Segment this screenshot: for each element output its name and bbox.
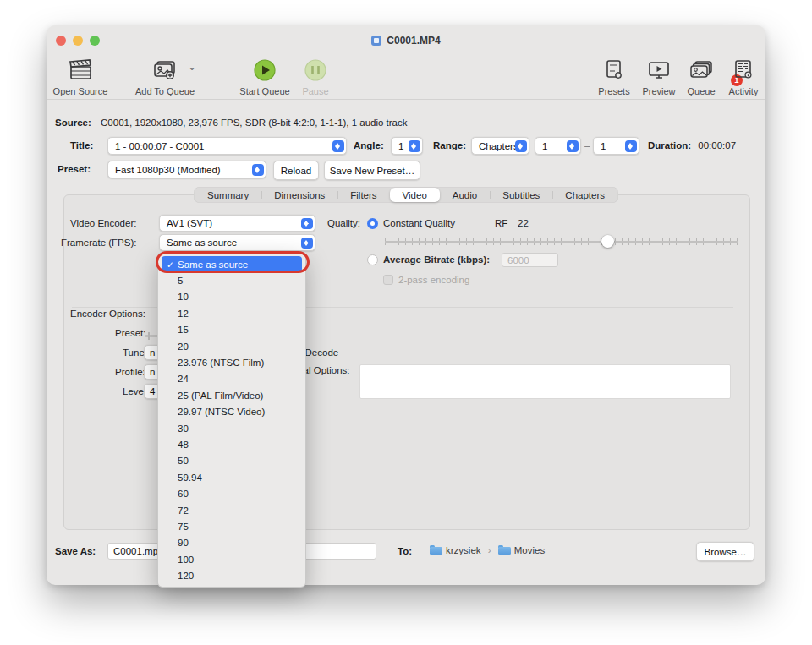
level-value: 4 <box>150 386 155 396</box>
framerate-dropdown-menu: ✓ Same as source 5 10 12 15 20 23.976 (N… <box>157 252 306 588</box>
tab[interactable]: Filters <box>337 188 389 202</box>
activity-icon <box>705 56 782 85</box>
framerate-menu-item-label: 60 <box>178 489 189 499</box>
source-row: Source: C0001, 1920x1080, 23,976 FPS, SD… <box>55 118 408 128</box>
save-as-label: Save As: <box>55 546 96 556</box>
framerate-menu-item[interactable]: 20 <box>162 338 302 354</box>
tab[interactable]: Video <box>390 188 440 202</box>
preset-popup-value: Fast 1080p30 (Modified) <box>115 165 221 175</box>
destination-path: krzysiek › Movies <box>430 545 545 555</box>
framerate-menu-item[interactable]: 60 <box>162 485 302 501</box>
framerate-menu-item[interactable]: 12 <box>162 305 302 321</box>
framerate-menu-item[interactable]: 15 <box>162 322 302 338</box>
framerate-menu-item[interactable]: 100 <box>162 551 302 567</box>
angle-popup[interactable]: 1 <box>391 137 423 155</box>
framerate-menu-item[interactable]: 25 (PAL Film/Video) <box>162 387 302 403</box>
framerate-menu-item-label: 25 (PAL Film/Video) <box>178 391 263 401</box>
title-popup[interactable]: 1 - 00:00:07 - C0001 <box>107 137 347 155</box>
framerate-menu-item[interactable]: 48 <box>162 436 302 452</box>
framerate-menu-item-label: 23.976 (NTSC Film) <box>178 358 264 368</box>
reload-button[interactable]: Reload <box>273 161 319 180</box>
path-separator: › <box>488 545 491 555</box>
pause-button: Pause <box>286 56 345 96</box>
additional-options-textarea[interactable] <box>359 364 731 399</box>
framerate-menu-item[interactable]: 30 <box>162 420 302 436</box>
range-to-popup[interactable]: 1 <box>593 137 639 155</box>
profile-value: n <box>150 367 155 377</box>
activity-button[interactable]: Activity <box>705 56 782 96</box>
framerate-menu-item[interactable]: ✓ Same as source <box>162 256 302 272</box>
open-source-button[interactable]: Open Source <box>42 56 118 96</box>
framerate-menu-item[interactable]: 120 <box>162 567 302 583</box>
framerate-menu-item[interactable]: 75 <box>162 518 302 534</box>
add-to-queue-label: Add To Queue <box>127 86 203 96</box>
framerate-menu-item[interactable]: 29.97 (NTSC Video) <box>162 404 302 420</box>
home-folder-icon <box>430 545 442 555</box>
framerate-menu-item[interactable]: 59.94 <box>162 469 302 485</box>
video-encoder-value: AV1 (SVT) <box>167 218 212 228</box>
framerate-menu-item-label: 24 <box>178 374 189 384</box>
stepper-icon <box>332 140 344 152</box>
path-folder: Movies <box>514 545 545 555</box>
browse-button[interactable]: Browse… <box>696 542 754 561</box>
framerate-popup[interactable]: Same as source <box>159 234 315 251</box>
framerate-menu-item[interactable]: 72 <box>162 502 302 518</box>
framerate-menu-item-label: 50 <box>178 456 189 466</box>
range-from-value: 1 <box>542 141 547 151</box>
tab[interactable]: Dimensions <box>261 188 337 202</box>
toolbar-divider <box>47 99 765 100</box>
average-bitrate-radio[interactable] <box>367 254 378 265</box>
framerate-menu-item-label: 59.94 <box>178 473 202 483</box>
section-tabs: SummaryDimensionsFiltersVideoAudioSubtit… <box>194 187 618 203</box>
duration-label: Duration: <box>648 140 691 150</box>
framerate-menu-item[interactable]: 24 <box>162 371 302 387</box>
tab[interactable]: Subtitles <box>490 188 552 202</box>
preset-label: Preset: <box>58 164 91 174</box>
framerate-menu-item-label: 10 <box>178 292 189 302</box>
video-encoder-popup[interactable]: AV1 (SVT) <box>159 215 315 232</box>
chevron-down-icon[interactable]: ⌄ <box>188 61 196 73</box>
framerate-menu-item[interactable]: 90 <box>162 535 302 551</box>
encoder-preset-label: Preset: <box>115 328 145 338</box>
quality-slider-thumb[interactable] <box>601 235 614 248</box>
tab[interactable]: Summary <box>195 188 261 202</box>
constant-quality-radio[interactable] <box>367 218 378 229</box>
range-dash: – <box>584 140 590 150</box>
two-pass-label: 2-pass encoding <box>398 275 469 285</box>
tune-value: n <box>150 347 155 358</box>
quality-slider-track[interactable] <box>385 241 738 243</box>
path-home: krzysiek <box>446 545 481 555</box>
framerate-menu-item[interactable]: 5 <box>162 272 302 288</box>
framerate-menu-item[interactable]: 10 <box>162 289 302 305</box>
stepper-icon <box>409 140 420 152</box>
add-to-queue-button[interactable]: ⌄ Add To Queue <box>127 56 203 96</box>
window-title: C0001.MP4 <box>47 35 765 46</box>
angle-label: Angle: <box>354 140 384 150</box>
framerate-menu-item-label: 90 <box>178 538 189 548</box>
framerate-menu-item[interactable]: 50 <box>162 453 302 469</box>
to-label: To: <box>398 546 412 556</box>
save-new-preset-button[interactable]: Save New Preset… <box>324 161 420 180</box>
duration-value: 00:00:07 <box>698 140 736 150</box>
range-from-popup[interactable]: 1 <box>535 137 581 155</box>
framerate-menu-item[interactable]: 23.976 (NTSC Film) <box>162 354 302 370</box>
stepper-icon <box>301 218 313 229</box>
rf-label: RF <box>495 218 508 228</box>
preset-popup[interactable]: Fast 1080p30 (Modified) <box>107 161 266 178</box>
title-popup-value: 1 - 00:00:07 - C0001 <box>115 141 205 151</box>
duration-row: Duration: 00:00:07 <box>648 140 736 150</box>
pause-icon <box>286 56 345 85</box>
encoder-preset-slider-tick <box>148 332 150 340</box>
tab[interactable]: Audio <box>440 188 490 202</box>
framerate-menu-item-label: 75 <box>178 522 189 532</box>
tab[interactable]: Chapters <box>552 188 617 202</box>
activity-label: Activity <box>705 86 782 96</box>
stepper-icon <box>515 140 527 152</box>
framerate-menu-item-label: 100 <box>178 555 194 565</box>
range-to-value: 1 <box>601 141 606 151</box>
quality-label: Quality: <box>327 218 360 228</box>
pause-label: Pause <box>286 86 345 96</box>
range-type-popup[interactable]: Chapters <box>471 137 529 155</box>
range-type-value: Chapters <box>479 141 518 151</box>
framerate-menu-item-label: 48 <box>178 440 189 450</box>
